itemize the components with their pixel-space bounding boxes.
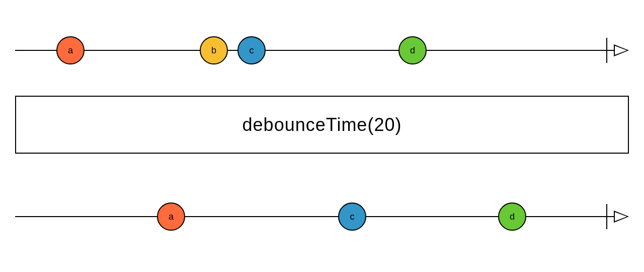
marble-d: d [398, 36, 427, 64]
arrow-right-icon [614, 211, 629, 223]
arrow-right-icon [614, 44, 629, 56]
complete-marker [606, 38, 607, 63]
marble-diagram: a b c d debounceTime(20) a c d [0, 0, 644, 272]
complete-marker [606, 204, 607, 229]
marble-b: b [200, 36, 228, 64]
marble-a: a [56, 36, 85, 64]
marble-c: c [338, 202, 366, 231]
operator-box: debounceTime(20) [15, 96, 629, 154]
marble-c: c [237, 36, 266, 64]
marble-a: a [157, 202, 185, 231]
timeline-line [15, 50, 614, 51]
marble-d: d [498, 202, 526, 231]
